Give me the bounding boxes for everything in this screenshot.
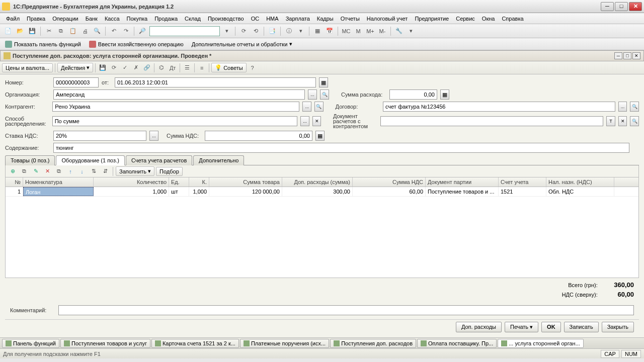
new-icon[interactable]: 📄 — [3, 26, 13, 36]
doc-unpost-icon[interactable]: ✗ — [131, 63, 141, 73]
menu-edit[interactable]: Правка — [24, 15, 48, 23]
menu-service[interactable]: Сервис — [453, 15, 478, 23]
menu-nma[interactable]: НМА — [263, 15, 281, 23]
fill-button[interactable]: Заполнить ▾ — [116, 166, 154, 176]
docrasch-t-button[interactable]: T — [606, 116, 615, 126]
calendar-icon[interactable]: 📅 — [325, 26, 335, 36]
tab-goods[interactable]: Товары (0 поз.) — [5, 155, 55, 165]
copy-icon[interactable]: ⧉ — [56, 26, 66, 36]
menu-reports[interactable]: Отчеты — [338, 15, 363, 23]
org-search-icon[interactable]: 🔍 — [320, 89, 329, 100]
cell-nds[interactable]: 60,00 — [353, 187, 426, 196]
menu-kassa[interactable]: Касса — [102, 15, 123, 23]
doc-refresh-icon[interactable]: ⟳ — [109, 63, 119, 73]
stavka-field[interactable] — [53, 131, 146, 141]
actions-button[interactable]: Действия ▾ — [57, 63, 93, 72]
minimize-button[interactable]: ─ — [601, 2, 614, 11]
col-account[interactable]: Счет учета — [499, 177, 546, 187]
mminus-icon[interactable]: M- — [377, 26, 387, 36]
grid-delete-icon[interactable]: ✕ — [42, 166, 52, 176]
tab-accounts[interactable]: Счета учета расчетов — [126, 155, 192, 165]
save-icon[interactable]: 💾 — [27, 26, 37, 36]
maximize-button[interactable]: □ — [615, 2, 628, 11]
tab-equipment[interactable]: Оборудование (1 поз.) — [56, 155, 124, 165]
sum-field[interactable] — [389, 89, 437, 100]
col-nds[interactable]: Сумма НДС — [353, 177, 426, 187]
soderz-field[interactable] — [53, 143, 629, 153]
wtab-payments[interactable]: Платежные поручения (исх... — [240, 339, 329, 348]
advices-button[interactable]: 💡 Советы — [211, 63, 246, 72]
info-icon[interactable]: ⓘ — [284, 26, 294, 36]
dop-button[interactable]: Доп. расходы — [456, 322, 502, 332]
comment-field[interactable] — [58, 305, 634, 315]
pick-button[interactable]: Подбор — [156, 167, 183, 176]
refresh-icon[interactable]: ⟳ — [238, 26, 249, 36]
menu-bank[interactable]: Банк — [83, 15, 101, 23]
close-button[interactable]: ✕ — [629, 2, 642, 11]
cell-k[interactable]: 1,000 — [189, 187, 209, 196]
m-icon[interactable]: M — [353, 26, 363, 36]
dropdown2-icon[interactable]: ▾ — [296, 26, 306, 36]
wtab-dop[interactable]: Поступления доп. расходов — [330, 339, 416, 348]
doc-save-icon[interactable]: 💾 — [98, 63, 108, 73]
contr-field[interactable] — [52, 102, 299, 112]
col-quantity[interactable]: Количество — [94, 177, 169, 187]
sumnds-calc-icon[interactable]: ▦ — [315, 131, 325, 141]
write-button[interactable]: Записать — [564, 322, 599, 332]
reports-button[interactable]: Дополнительные отчеты и обработки ▾ — [190, 40, 295, 48]
cell-account[interactable]: 1521 — [499, 187, 546, 196]
org-field[interactable] — [53, 89, 305, 100]
mc-icon[interactable]: MC — [341, 26, 351, 36]
grid-add-icon[interactable]: ⊕ — [8, 166, 18, 176]
stavka-select-button[interactable]: ... — [149, 131, 158, 141]
prices-button[interactable]: Цены и валюта... — [2, 63, 53, 72]
grid-copy-icon[interactable]: ⧉ — [19, 166, 29, 176]
col-num[interactable]: № — [6, 177, 23, 187]
org-select-button[interactable]: ... — [308, 89, 317, 100]
menu-tax[interactable]: Налоговый учет — [364, 15, 411, 23]
wtab-card[interactable]: Карточка счета 1521 за 2 к... — [151, 339, 239, 348]
doc-post-icon[interactable]: ✓ — [120, 63, 130, 73]
doc-tree-icon[interactable]: ☰ — [182, 63, 192, 73]
cell-quantity[interactable]: 1,000 — [94, 187, 169, 196]
date-calendar-icon[interactable]: ▦ — [319, 77, 328, 87]
menu-warehouse[interactable]: Склад — [182, 15, 204, 23]
menu-production[interactable]: Производство — [205, 15, 247, 23]
cell-tax[interactable]: Обл. НДС — [546, 187, 614, 196]
wtab-payment[interactable]: Оплата поставщику. Пр... — [417, 339, 497, 348]
contr-search-icon[interactable]: 🔍 — [314, 102, 324, 112]
doc-help-icon[interactable]: ? — [248, 63, 258, 73]
col-nomenclature[interactable]: Номенклатура — [23, 177, 94, 187]
paste-icon[interactable]: 📋 — [68, 26, 78, 36]
close-doc-button[interactable]: Закрыть — [602, 322, 634, 332]
menu-operations[interactable]: Операции — [49, 15, 81, 23]
wtab-receipts[interactable]: Поступления товаров и услуг — [60, 339, 150, 348]
dogovor-select-button[interactable]: ... — [618, 102, 627, 112]
search-icon[interactable]: 🔎 — [137, 26, 147, 36]
doc-max-button[interactable]: □ — [623, 52, 631, 59]
redo-icon[interactable]: ↷ — [121, 26, 131, 36]
menu-sale[interactable]: Продажа — [151, 15, 181, 23]
number-field[interactable] — [53, 77, 99, 87]
dogovor-field[interactable] — [383, 102, 615, 112]
cell-dop[interactable]: 300,00 — [282, 187, 353, 196]
tool-icon[interactable]: 🔧 — [394, 26, 404, 36]
menu-kadry[interactable]: Кадры — [314, 15, 337, 23]
tab-additional[interactable]: Дополнительно — [193, 155, 244, 165]
sposob-field[interactable] — [52, 116, 297, 126]
menu-help[interactable]: Справка — [499, 15, 526, 23]
sposob-clear-button[interactable]: ✕ — [312, 116, 321, 126]
wtab-service[interactable]: ... услуга сторонней орган... — [498, 339, 584, 348]
grid-edit-icon[interactable]: ✎ — [31, 166, 41, 176]
search-input[interactable] — [149, 26, 220, 36]
menu-enterprise[interactable]: Предприятие — [412, 15, 452, 23]
print-button[interactable]: Печать ▾ — [505, 322, 538, 332]
col-tax[interactable]: Нал. назн. (НДС) — [546, 177, 614, 187]
table-row[interactable]: 1 Логан 1,000 шт 1,000 120 000,00 300,00… — [6, 187, 638, 197]
col-dop[interactable]: Доп. расходы (сумма) — [282, 177, 353, 187]
dropdown-icon[interactable]: ▾ — [222, 26, 232, 36]
doc-link-icon[interactable]: 🔗 — [142, 63, 152, 73]
date-field[interactable] — [115, 77, 316, 87]
menu-file[interactable]: Файл — [3, 15, 23, 23]
grid-sort2-icon[interactable]: ⇵ — [100, 166, 110, 176]
